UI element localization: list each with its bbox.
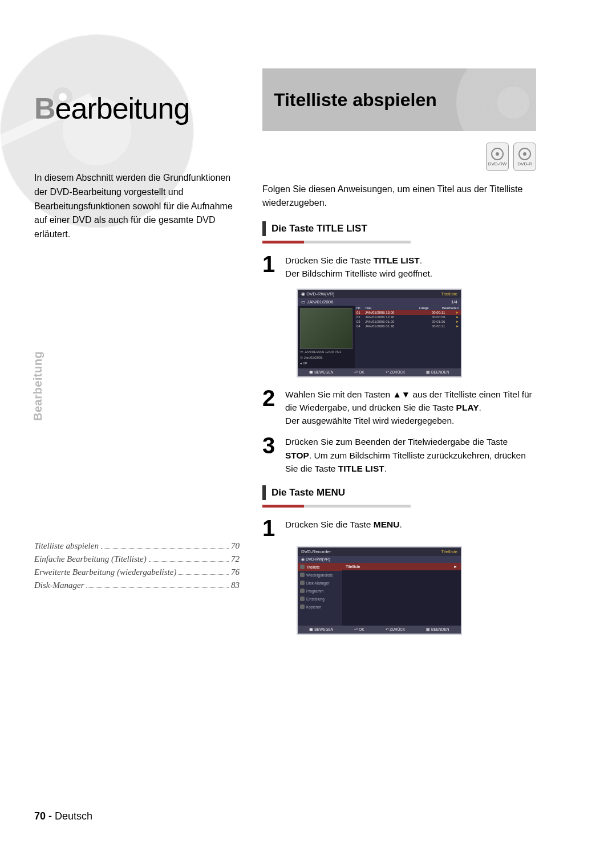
toc-row: Erweiterte Bearbeitung (wiedergabeliste)… <box>34 567 240 577</box>
step-b1: 1 Drücken Sie die Taste MENU. <box>262 518 536 538</box>
subheading-menu: Die Taste MENU <box>262 485 536 500</box>
table-of-contents: Titelliste abspielen70 Einfache Bearbeit… <box>34 538 240 594</box>
step-number: 1 <box>262 518 279 538</box>
osd-menu-screenshot: DVD-Recorder Titelliste ◉ DVD-RW(VR) Tit… <box>297 546 462 635</box>
badge-dvd-r: DVD-R <box>513 143 536 171</box>
step-number: 1 <box>262 254 279 281</box>
page-footer: 70 - Deutsch <box>34 810 92 822</box>
disc-type-badges: DVD-RW DVD-R <box>262 143 536 171</box>
section-title: Titelliste abspielen <box>274 90 437 111</box>
section-banner: Titelliste abspielen <box>262 68 536 131</box>
step-number: 2 <box>262 388 279 428</box>
chapter-intro: In diesem Abschnitt werden die Grundfunk… <box>34 171 240 242</box>
subheading-title-list: Die Taste TITLE LIST <box>262 221 536 236</box>
toc-row: Disk-Manager83 <box>34 581 240 590</box>
step-number: 3 <box>262 435 279 475</box>
step-3: 3 Drücken Sie zum Beenden der Titelwiede… <box>262 435 536 475</box>
side-tab-label: Bearbeitung <box>31 351 44 421</box>
step-1: 1 Drücken Sie die Taste TITLE LIST. Der … <box>262 254 536 281</box>
chapter-title: Bearbeitung <box>34 91 240 125</box>
osd-titlelist-screenshot: ◉ DVD-RW(VR) Titelliste ▭ JAN/01/2006 1/… <box>297 289 462 378</box>
toc-row: Einfache Bearbeitung (Titelliste)72 <box>34 554 240 564</box>
toc-row: Titelliste abspielen70 <box>34 541 240 551</box>
accent-line <box>262 241 411 244</box>
accent-line <box>262 505 411 508</box>
section-lead: Folgen Sie diesen Anweisungen, um einen … <box>262 182 536 210</box>
badge-dvd-rw: DVD-RW <box>486 143 509 171</box>
step-2: 2 Wählen Sie mit den Tasten ▲▼ aus der T… <box>262 388 536 428</box>
